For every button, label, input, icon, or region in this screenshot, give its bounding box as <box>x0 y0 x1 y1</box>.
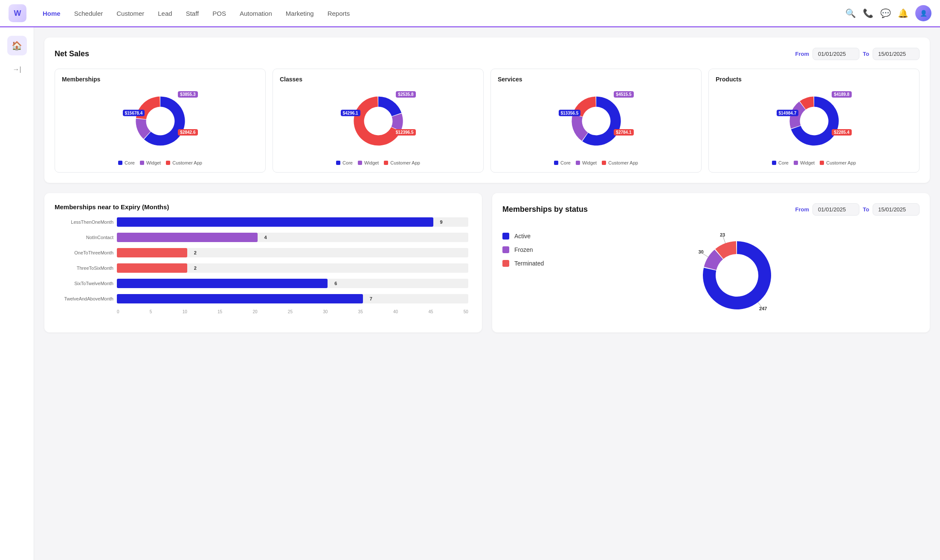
status-from-label: From <box>795 206 809 213</box>
chart-label-customer-app: $2285.4 <box>832 129 851 136</box>
legend-item: Widget <box>794 160 815 165</box>
chart-box-services: Services$13356.5$4515.5$2784.1CoreWidget… <box>490 69 702 173</box>
sidebar-home-icon[interactable]: 🏠 <box>7 36 27 55</box>
legend-item: Widget <box>576 160 597 165</box>
chart-title: Classes <box>280 76 302 83</box>
notification-icon[interactable]: 🔔 <box>898 8 908 18</box>
chart-label-customer-app: $2842.6 <box>178 129 197 136</box>
bar-label: OneToThreeMonth <box>58 250 113 255</box>
bar-label: NotInContact <box>58 235 113 240</box>
chart-label-widget: $3855.3 <box>178 91 197 98</box>
nav-item-scheduler[interactable]: Scheduler <box>68 6 109 20</box>
legend-item: Widget <box>140 160 161 165</box>
chart-box-products: Products$14984.7$4189.8$2285.4CoreWidget… <box>708 69 920 173</box>
legend-item: Customer App <box>820 160 856 165</box>
donut-wrapper: $15678.4$3855.3$2842.6 <box>126 87 194 155</box>
status-to-label: To <box>863 206 869 213</box>
nav-item-lead[interactable]: Lead <box>152 6 178 20</box>
bar-row: ThreeToSixMonth2 <box>58 263 468 273</box>
net-sales-from-label: From <box>795 51 809 57</box>
legend-item: Core <box>554 160 571 165</box>
status-legend: ActiveFrozenTerminated <box>502 233 544 267</box>
bar-value: 4 <box>264 235 267 240</box>
status-label: Terminated <box>514 260 544 267</box>
nav-item-automation[interactable]: Automation <box>234 6 278 20</box>
donut-wrapper: $13356.5$4515.5$2784.1 <box>562 87 630 155</box>
sidebar-collapse-icon[interactable]: →| <box>12 66 21 73</box>
chart-legend: CoreWidgetCustomer App <box>554 160 638 165</box>
net-sales-title: Net Sales <box>55 49 89 58</box>
bar-fill: 4 <box>117 233 258 242</box>
bar-track: 2 <box>117 263 468 273</box>
chart-label-core: $14984.7 <box>777 110 799 116</box>
bar-label: TwelveAndAboveMonth <box>58 296 113 301</box>
nav-item-staff[interactable]: Staff <box>180 6 205 20</box>
status-donut-wrapper: 2473023 <box>554 228 920 322</box>
bar-axis: 05101520253035404550 <box>58 309 468 314</box>
chart-label-widget: $4189.8 <box>832 91 851 98</box>
svg-text:247: 247 <box>759 306 767 311</box>
chart-label-core: $4296.1 <box>341 110 360 116</box>
chart-label-widget: $2535.8 <box>396 91 415 98</box>
bar-track: 7 <box>117 294 468 303</box>
net-sales-to-input[interactable]: 15/01/2025 <box>873 48 920 60</box>
chart-box-memberships: Memberships$15678.4$3855.3$2842.6CoreWid… <box>55 69 266 173</box>
nav-item-marketing[interactable]: Marketing <box>280 6 320 20</box>
bar-fill: 2 <box>117 248 187 257</box>
chart-title: Products <box>716 76 742 83</box>
svg-line-3 <box>701 252 708 257</box>
bar-value: 6 <box>334 281 337 286</box>
chart-label-customer-app: $12396.5 <box>394 129 416 136</box>
bar-row: OneToThreeMonth2 <box>58 248 468 257</box>
bar-row: TwelveAndAboveMonth7 <box>58 294 468 303</box>
nav-item-customer[interactable]: Customer <box>110 6 150 20</box>
bar-fill: 9 <box>117 217 433 227</box>
bar-label: LessThenOneMonth <box>58 219 113 225</box>
bar-track: 4 <box>117 233 468 242</box>
status-legend-item-terminated: Terminated <box>502 260 544 267</box>
nav-menu: HomeSchedulerCustomerLeadStaffPOSAutomat… <box>37 6 845 20</box>
net-sales-from-input[interactable]: 01/01/2025 <box>812 48 859 60</box>
status-card: Memberships by status From 01/01/2025 To… <box>492 193 930 332</box>
legend-item: Customer App <box>602 160 638 165</box>
bar-track: 2 <box>117 248 468 257</box>
legend-item: Core <box>772 160 789 165</box>
bar-value: 2 <box>194 266 197 271</box>
donut-wrapper: $4296.1$2535.8$12396.5 <box>344 87 412 155</box>
chart-legend: CoreWidgetCustomer App <box>118 160 202 165</box>
status-label: Active <box>514 233 531 240</box>
nav-item-reports[interactable]: Reports <box>322 6 356 20</box>
avatar[interactable]: 👤 <box>915 5 931 21</box>
net-sales-header: Net Sales From 01/01/2025 To 15/01/2025 <box>55 48 920 60</box>
chart-label-customer-app: $2784.1 <box>614 129 633 136</box>
legend-item: Customer App <box>384 160 420 165</box>
status-dot <box>502 233 509 240</box>
expiry-chart-title: Memberships near to Expiry (Months) <box>55 203 472 211</box>
legend-item: Customer App <box>166 160 202 165</box>
navbar-actions: 🔍 📞 💬 🔔 👤 <box>845 5 931 21</box>
bar-row: SixToTwelveMonth6 <box>58 279 468 288</box>
search-icon[interactable]: 🔍 <box>845 8 856 18</box>
donut-charts-grid: Memberships$15678.4$3855.3$2842.6CoreWid… <box>55 69 920 173</box>
status-dot <box>502 246 509 253</box>
chart-legend: CoreWidgetCustomer App <box>772 160 856 165</box>
bar-fill: 6 <box>117 279 328 288</box>
bar-row: LessThenOneMonth9 <box>58 217 468 227</box>
bar-value: 7 <box>370 296 372 301</box>
status-title: Memberships by status <box>502 205 588 214</box>
bar-row: NotInContact4 <box>58 233 468 242</box>
navbar: W HomeSchedulerCustomerLeadStaffPOSAutom… <box>0 0 940 27</box>
nav-item-home[interactable]: Home <box>37 6 67 20</box>
nav-item-pos[interactable]: POS <box>206 6 232 20</box>
status-to-input[interactable]: 15/01/2025 <box>873 203 920 216</box>
bar-label: ThreeToSixMonth <box>58 266 113 271</box>
chart-label-core: $15678.4 <box>123 110 145 116</box>
phone-icon[interactable]: 📞 <box>863 8 873 18</box>
status-header: Memberships by status From 01/01/2025 To… <box>502 203 920 216</box>
chart-title: Memberships <box>62 76 100 83</box>
whatsapp-icon[interactable]: 💬 <box>880 8 891 18</box>
legend-item: Widget <box>358 160 379 165</box>
legend-item: Core <box>118 160 135 165</box>
expiry-bar-chart: LessThenOneMonth9NotInContact4OneToThree… <box>55 217 472 314</box>
status-from-input[interactable]: 01/01/2025 <box>812 203 859 216</box>
